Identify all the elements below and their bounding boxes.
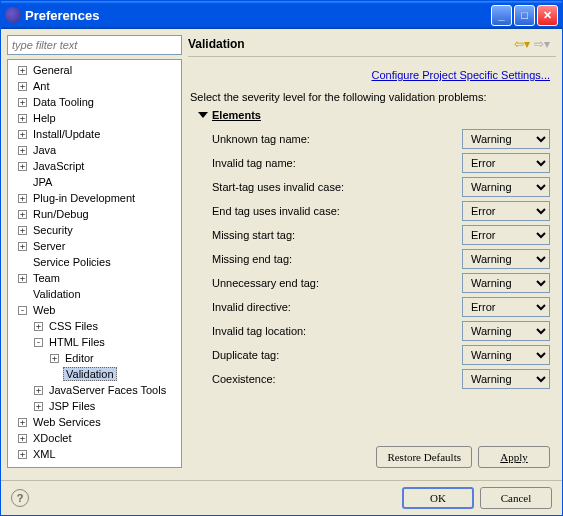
tree-item[interactable]: +Team <box>8 270 181 286</box>
filter-input[interactable] <box>7 35 182 55</box>
tree-item-label: Java <box>31 144 58 156</box>
tree-item-label: JSP Files <box>47 400 97 412</box>
expand-icon[interactable]: + <box>50 354 59 363</box>
severity-select[interactable]: IgnoreWarningError <box>462 345 550 365</box>
tree-item-label: Team <box>31 272 62 284</box>
expand-icon[interactable]: + <box>18 130 27 139</box>
tree-item[interactable]: +JavaScript <box>8 158 181 174</box>
tree-item-label: CSS Files <box>47 320 100 332</box>
expand-icon[interactable]: + <box>18 114 27 123</box>
collapse-icon[interactable]: - <box>18 306 27 315</box>
validation-label: Start-tag uses invalid case: <box>212 181 462 193</box>
expand-icon[interactable]: + <box>18 146 27 155</box>
validation-label: Invalid directive: <box>212 301 462 313</box>
no-expand-icon <box>18 178 27 187</box>
severity-select[interactable]: IgnoreWarningError <box>462 177 550 197</box>
expand-icon[interactable]: + <box>18 194 27 203</box>
severity-select[interactable]: IgnoreWarningError <box>462 201 550 221</box>
tree-item[interactable]: +Web Services <box>8 414 181 430</box>
expand-icon[interactable]: + <box>18 82 27 91</box>
tree-item-label: Web <box>31 304 57 316</box>
tree-item[interactable]: +Java <box>8 142 181 158</box>
tree-item[interactable]: +General <box>8 62 181 78</box>
app-icon <box>5 7 21 23</box>
tree-item[interactable]: +Install/Update <box>8 126 181 142</box>
tree-item[interactable]: +Server <box>8 238 181 254</box>
severity-select[interactable]: IgnoreWarningError <box>462 273 550 293</box>
tree-item[interactable]: +Plug-in Development <box>8 190 181 206</box>
severity-select[interactable]: IgnoreWarningError <box>462 129 550 149</box>
forward-arrow-icon: ⇨▾ <box>534 36 550 52</box>
tree-item-label: Install/Update <box>31 128 102 140</box>
validation-row: Invalid directive:IgnoreWarningError <box>188 295 556 319</box>
tree-item[interactable]: JPA <box>8 174 181 190</box>
project-settings-link[interactable]: Configure Project Specific Settings... <box>371 69 550 81</box>
expand-icon[interactable]: + <box>18 162 27 171</box>
tree-item[interactable]: +Run/Debug <box>8 206 181 222</box>
tree-item[interactable]: +JavaServer Faces Tools <box>8 382 181 398</box>
tree-item-label: Data Tooling <box>31 96 96 108</box>
expand-icon[interactable]: + <box>18 242 27 251</box>
tree-item[interactable]: Validation <box>8 286 181 302</box>
expand-icon[interactable]: + <box>34 402 43 411</box>
validation-row: Invalid tag name:IgnoreWarningError <box>188 151 556 175</box>
tree-item[interactable]: +Data Tooling <box>8 94 181 110</box>
right-panel: Validation ⇦▾ ⇨▾ Configure Project Speci… <box>188 35 556 468</box>
tree-item[interactable]: +XML <box>8 446 181 462</box>
minimize-button[interactable]: _ <box>491 5 512 26</box>
tree-item[interactable]: +Help <box>8 110 181 126</box>
severity-select[interactable]: IgnoreWarningError <box>462 153 550 173</box>
severity-select[interactable]: IgnoreWarningError <box>462 369 550 389</box>
expand-icon[interactable]: + <box>34 386 43 395</box>
severity-select[interactable]: IgnoreWarningError <box>462 321 550 341</box>
expand-icon[interactable]: + <box>34 322 43 331</box>
tree-item[interactable]: +Ant <box>8 78 181 94</box>
tree-item-label: XDoclet <box>31 432 74 444</box>
tree-item[interactable]: +CSS Files <box>8 318 181 334</box>
tree-item-label: JPA <box>31 176 54 188</box>
expand-icon[interactable]: + <box>18 274 27 283</box>
help-icon[interactable]: ? <box>11 489 29 507</box>
apply-button[interactable]: Apply <box>478 446 550 468</box>
severity-select[interactable]: IgnoreWarningError <box>462 249 550 269</box>
ok-button[interactable]: OK <box>402 487 474 509</box>
validation-label: Duplicate tag: <box>212 349 462 361</box>
restore-defaults-button[interactable]: Restore Defaults <box>376 446 472 468</box>
tree-item[interactable]: -Web <box>8 302 181 318</box>
validation-row: Start-tag uses invalid case:IgnoreWarnin… <box>188 175 556 199</box>
elements-section-header[interactable]: Elements <box>188 107 556 127</box>
tree-item-label: Plug-in Development <box>31 192 137 204</box>
validation-label: Missing end tag: <box>212 253 462 265</box>
page-title: Validation <box>188 37 514 51</box>
tree-item[interactable]: Service Policies <box>8 254 181 270</box>
back-arrow-icon[interactable]: ⇦▾ <box>514 36 530 52</box>
expand-icon[interactable]: + <box>18 66 27 75</box>
tree-item[interactable]: +XDoclet <box>8 430 181 446</box>
close-button[interactable]: ✕ <box>537 5 558 26</box>
validation-label: Missing start tag: <box>212 229 462 241</box>
tree-item[interactable]: +JSP Files <box>8 398 181 414</box>
no-expand-icon <box>18 258 27 267</box>
tree-item[interactable]: +Security <box>8 222 181 238</box>
expand-icon[interactable]: + <box>18 450 27 459</box>
maximize-button[interactable]: □ <box>514 5 535 26</box>
tree-item[interactable]: +Editor <box>8 350 181 366</box>
tree-item-label: Editor <box>63 352 96 364</box>
tree-item-label: XML <box>31 448 58 460</box>
expand-icon[interactable]: + <box>18 226 27 235</box>
tree-item[interactable]: -HTML Files <box>8 334 181 350</box>
tree-item-label: Security <box>31 224 75 236</box>
collapse-icon[interactable]: - <box>34 338 43 347</box>
severity-select[interactable]: IgnoreWarningError <box>462 297 550 317</box>
tree-item[interactable]: Validation <box>8 366 181 382</box>
expand-icon[interactable]: + <box>18 418 27 427</box>
severity-select[interactable]: IgnoreWarningError <box>462 225 550 245</box>
section-label: Elements <box>212 109 261 121</box>
titlebar[interactable]: Preferences _ □ ✕ <box>1 1 562 29</box>
preference-tree[interactable]: +General+Ant+Data Tooling+Help+Install/U… <box>7 59 182 468</box>
expand-icon[interactable]: + <box>18 210 27 219</box>
expand-icon[interactable]: + <box>18 434 27 443</box>
expand-icon[interactable]: + <box>18 98 27 107</box>
cancel-button[interactable]: Cancel <box>480 487 552 509</box>
validation-row: Duplicate tag:IgnoreWarningError <box>188 343 556 367</box>
